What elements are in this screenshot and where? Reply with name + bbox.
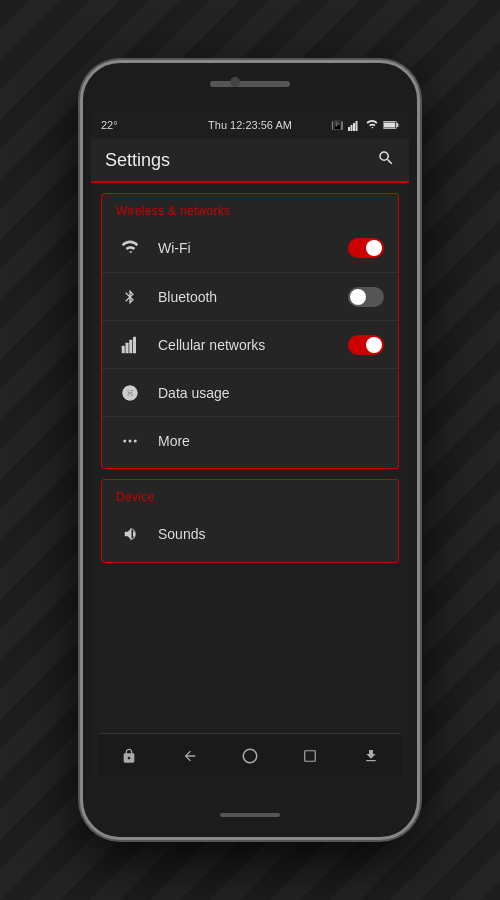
svg-rect-10 — [133, 336, 136, 353]
home-indicator — [220, 813, 280, 817]
svg-rect-7 — [122, 345, 125, 353]
svg-rect-18 — [305, 750, 316, 761]
data-usage-item[interactable]: Data usage — [102, 368, 398, 416]
signal-icon — [347, 119, 361, 131]
cellular-icon — [116, 336, 144, 354]
bluetooth-toggle[interactable] — [348, 287, 384, 307]
svg-point-16 — [134, 439, 137, 442]
cellular-label: Cellular networks — [158, 337, 348, 353]
device-section-header: Device — [102, 488, 398, 510]
search-button[interactable] — [377, 149, 395, 171]
status-bar: 22° Thu 12:23:56 AM 📳 — [91, 111, 409, 139]
download-nav-icon[interactable] — [351, 738, 391, 774]
svg-rect-3 — [356, 121, 358, 131]
more-icon — [116, 432, 144, 450]
svg-point-17 — [243, 749, 257, 763]
svg-rect-2 — [353, 123, 355, 131]
phone-screen: 22° Thu 12:23:56 AM 📳 — [91, 111, 409, 777]
vibrate-icon: 📳 — [331, 120, 343, 131]
temperature: 22° — [101, 119, 118, 131]
phone-frame: 22° Thu 12:23:56 AM 📳 — [80, 60, 420, 840]
svg-rect-0 — [348, 127, 350, 131]
wireless-section-header: Wireless & networks — [102, 202, 398, 224]
svg-point-15 — [129, 439, 132, 442]
wifi-label: Wi-Fi — [158, 240, 348, 256]
settings-content: Wireless & networks Wi-Fi — [91, 183, 409, 733]
svg-rect-5 — [397, 123, 399, 126]
svg-rect-6 — [384, 122, 395, 127]
more-label: More — [158, 433, 384, 449]
clock: Thu 12:23:56 AM — [208, 119, 292, 131]
search-icon — [377, 149, 395, 167]
sounds-item[interactable]: Sounds — [102, 510, 398, 558]
more-item[interactable]: More — [102, 416, 398, 464]
app-bar: Settings — [91, 139, 409, 183]
sounds-label: Sounds — [158, 526, 384, 542]
svg-rect-1 — [351, 125, 353, 131]
cellular-toggle[interactable] — [348, 335, 384, 355]
back-nav-icon[interactable] — [170, 738, 210, 774]
bluetooth-label: Bluetooth — [158, 289, 348, 305]
power-button[interactable] — [418, 183, 420, 213]
device-section: Device Sounds — [101, 479, 399, 563]
battery-icon — [383, 119, 399, 131]
wireless-section: Wireless & networks Wi-Fi — [101, 193, 399, 469]
bluetooth-icon — [116, 288, 144, 306]
data-usage-label: Data usage — [158, 385, 384, 401]
wifi-toggle[interactable] — [348, 238, 384, 258]
page-title: Settings — [105, 150, 170, 171]
wifi-icon — [116, 239, 144, 257]
recent-nav-icon[interactable] — [290, 738, 330, 774]
data-usage-icon — [116, 384, 144, 402]
status-icons: 📳 — [331, 119, 399, 131]
cellular-item[interactable]: Cellular networks — [102, 320, 398, 368]
svg-rect-8 — [126, 342, 129, 353]
nav-bar — [99, 733, 401, 777]
bluetooth-item[interactable]: Bluetooth — [102, 272, 398, 320]
wifi-status-icon — [365, 119, 379, 131]
wifi-item[interactable]: Wi-Fi — [102, 224, 398, 272]
home-nav-icon[interactable] — [230, 738, 270, 774]
lock-nav-icon[interactable] — [109, 738, 149, 774]
svg-point-14 — [123, 439, 126, 442]
svg-rect-9 — [129, 339, 132, 353]
sounds-icon — [116, 525, 144, 543]
